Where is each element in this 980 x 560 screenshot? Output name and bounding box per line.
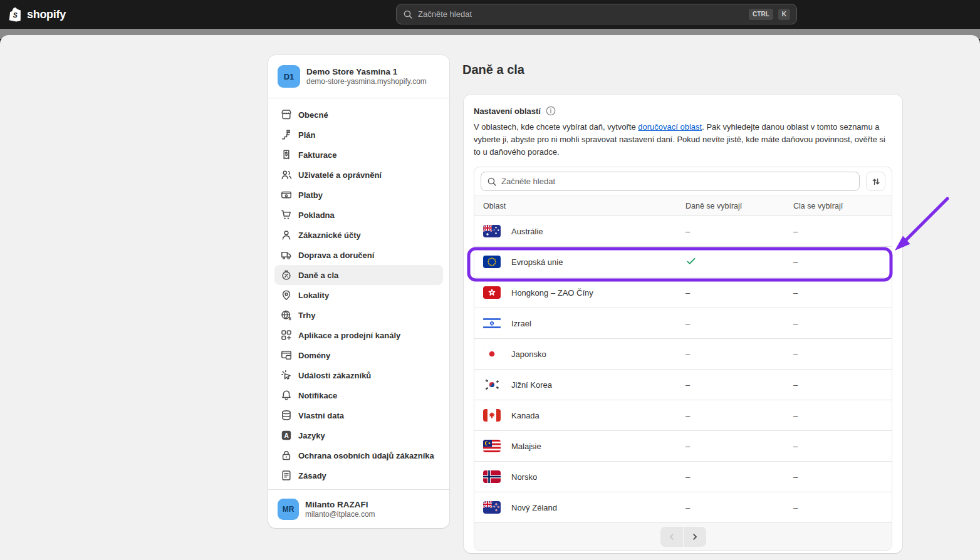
sidebar-item-zasady[interactable]: Zásady: [274, 465, 443, 485]
table-row-norsko[interactable]: Norsko – –: [474, 461, 892, 492]
sidebar-item-trhy[interactable]: $Trhy: [274, 305, 443, 325]
sidebar-item-label: Ochrana osobních údajů zákazníka: [298, 451, 434, 460]
sidebar-item-zakaznicke-ucty[interactable]: Zákaznické účty: [274, 225, 443, 245]
taxes-cell: –: [685, 350, 793, 359]
region-cell: Norsko: [483, 470, 685, 483]
taxes-value: –: [685, 350, 690, 359]
taxes-cell: –: [685, 442, 793, 451]
region-name: Austrálie: [511, 227, 543, 236]
duties-cell: –: [793, 227, 883, 236]
sidebar-item-label: Domény: [298, 351, 330, 360]
sidebar-item-uzivatele-a-opravneni[interactable]: Uživatelé a oprávnění: [274, 165, 443, 185]
taxes-cell: –: [685, 319, 793, 328]
sidebar-item-pokladna[interactable]: Pokladna: [274, 205, 443, 225]
settings-nav: ObecnéPlánFakturaceUživatelé a oprávnění…: [268, 98, 449, 485]
sidebar-item-label: Notifikace: [298, 391, 337, 400]
sidebar-item-fakturace[interactable]: Fakturace: [274, 145, 443, 165]
custom-data-icon: [280, 409, 293, 422]
duties-cell: –: [793, 350, 883, 359]
region-name: Malajsie: [511, 442, 541, 451]
taxes-cell: –: [685, 411, 793, 420]
svg-text:A: A: [284, 432, 288, 439]
domains-icon: [280, 349, 293, 361]
flag-norway: [483, 470, 501, 483]
taxes-cell: –: [685, 288, 793, 298]
taxes-value: –: [685, 380, 690, 390]
user-avatar: MR: [278, 499, 299, 520]
table-row-novy-zeland[interactable]: Nový Zéland – –: [474, 492, 892, 522]
sidebar-item-label: Uživatelé a oprávnění: [298, 170, 382, 180]
next-page-button[interactable]: [684, 527, 706, 547]
duties-cell: –: [793, 442, 883, 451]
payments-icon: [280, 189, 293, 201]
check-icon: [685, 256, 697, 267]
duties-value: –: [793, 257, 798, 267]
sort-button[interactable]: [866, 172, 885, 191]
regions-search-input[interactable]: Začněte hledat: [481, 172, 860, 191]
user-email: milanto@itplace.com: [305, 510, 375, 519]
region-name: Kanada: [511, 411, 540, 420]
sidebar-item-platby[interactable]: Platby: [274, 185, 443, 205]
card-description: V oblastech, kde chcete vybírat daň, vyt…: [464, 117, 902, 158]
duties-value: –: [793, 227, 798, 236]
sidebar-item-notifikace[interactable]: Notifikace: [274, 385, 443, 405]
privacy-icon: [280, 449, 293, 462]
taxes-value: –: [685, 472, 690, 482]
sidebar-item-obecne[interactable]: Obecné: [274, 105, 443, 125]
column-header-duties: Cla se vybírají: [793, 202, 883, 210]
duties-cell: –: [793, 411, 883, 420]
user-account[interactable]: MR Milanto RAZAFI milanto@itplace.com: [268, 489, 449, 528]
sort-icon: [871, 177, 881, 187]
region-cell: Izrael: [483, 317, 685, 329]
table-row-jizni-korea[interactable]: Jižní Korea – –: [474, 369, 892, 400]
duties-cell: –: [793, 319, 883, 328]
table-row-evropska-unie[interactable]: Evropská unie –: [474, 246, 892, 277]
column-header-region: Oblast: [483, 202, 685, 210]
region-name: Norsko: [511, 472, 537, 482]
region-cell: Nový Zéland: [483, 501, 685, 514]
shipping-zone-link[interactable]: doručovací oblast: [638, 122, 702, 132]
sidebar-item-label: Trhy: [298, 311, 315, 320]
table-row-japonsko[interactable]: Japonsko – –: [474, 338, 892, 369]
sidebar-item-dane-a-cla[interactable]: Daně a cla: [274, 265, 443, 285]
sidebar-item-label: Plán: [298, 130, 315, 140]
sidebar-item-label: Doprava a doručení: [298, 251, 374, 260]
locations-icon: [280, 289, 293, 301]
taxes-value: –: [685, 227, 690, 236]
settings-sidebar: D1 Demo Store Yasmina 1 demo-store-yasmi…: [268, 55, 449, 528]
table-row-hongkong-zao-ciny[interactable]: Hongkong – ZAO Číny – –: [474, 277, 892, 308]
store-switcher[interactable]: D1 Demo Store Yasmina 1 demo-store-yasmi…: [268, 55, 449, 98]
user-name: Milanto RAZAFI: [305, 499, 375, 510]
taxes-value: –: [685, 319, 690, 328]
sidebar-item-domeny[interactable]: Domény: [274, 345, 443, 365]
region-cell: Evropská unie: [483, 256, 685, 268]
pagination: [474, 522, 892, 550]
flag-japan: [483, 348, 501, 360]
sidebar-item-vlastni-data[interactable]: Vlastní data: [274, 405, 443, 425]
sidebar-item-plan[interactable]: Plán: [274, 125, 443, 145]
chevron-left-icon: [667, 532, 676, 541]
table-row-malajsie[interactable]: Malajsie – –: [474, 430, 892, 461]
sidebar-item-jazyky[interactable]: AJazyky: [274, 425, 443, 445]
sidebar-item-label: Platby: [298, 190, 323, 200]
taxes-value: –: [685, 442, 690, 451]
flag-canada: [483, 409, 501, 422]
info-icon[interactable]: [545, 105, 556, 117]
description-text: V oblastech, kde chcete vybírat daň, vyt…: [474, 122, 638, 132]
sidebar-item-label: Pokladna: [298, 210, 335, 220]
taxes-value: –: [685, 411, 690, 420]
duties-value: –: [793, 442, 798, 451]
sidebar-item-doprava-a-doruceni[interactable]: Doprava a doručení: [274, 245, 443, 265]
table-row-kanada[interactable]: Kanada – –: [474, 400, 892, 430]
region-name: Evropská unie: [511, 257, 563, 267]
table-row-izrael[interactable]: Izrael – –: [474, 308, 892, 338]
table-row-australie[interactable]: Austrálie – –: [474, 215, 892, 246]
sidebar-item-lokality[interactable]: Lokality: [274, 285, 443, 305]
sidebar-item-ochrana-osobnich-udaju-zakaznika[interactable]: Ochrana osobních údajů zákazníka: [274, 445, 443, 465]
global-search-input[interactable]: Začněte hledat CTRL K: [396, 4, 797, 24]
table-body: Austrálie – – Evropská unie – Hongkong –…: [474, 215, 892, 522]
previous-page-button[interactable]: [660, 527, 683, 547]
region-settings-card: Nastavení oblastí V oblastech, kde chcet…: [464, 95, 902, 553]
sidebar-item-aplikace-a-prodejni-kanaly[interactable]: Aplikace a prodejní kanály: [274, 325, 443, 345]
sidebar-item-udalosti-zakazniku[interactable]: Události zákazníků: [274, 365, 443, 385]
